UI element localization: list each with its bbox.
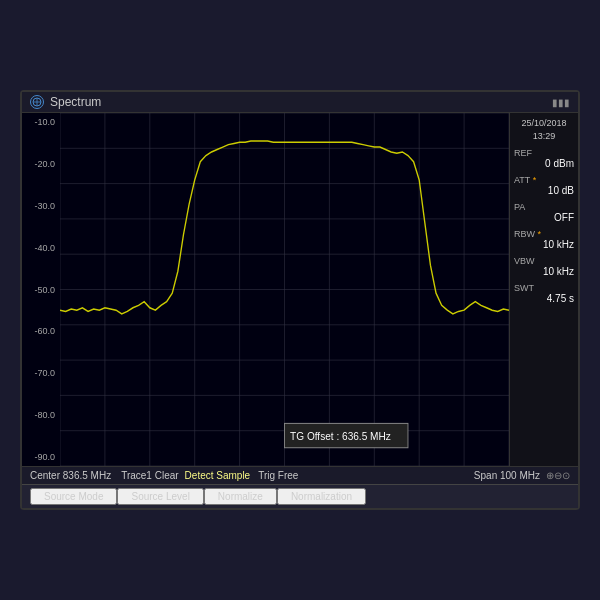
svg-text:TG Offset :  636.5 MHz: TG Offset : 636.5 MHz (290, 430, 391, 442)
swt-group: SWT 4.75 s (514, 283, 574, 304)
second-bar: Source Mode Source Level Normalize Norma… (22, 484, 578, 508)
source-level-button[interactable]: Source Level (117, 488, 203, 505)
date-label: 25/10/2018 (514, 117, 574, 130)
spectrum-icon (30, 95, 44, 109)
y-label-3: -30.0 (24, 201, 58, 211)
y-label-4: -40.0 (24, 243, 58, 253)
source-mode-button[interactable]: Source Mode (30, 488, 117, 505)
trace-info: Trace1 Clear (121, 470, 178, 481)
center-freq: Center 836.5 MHz (30, 470, 111, 481)
vbw-value: 10 kHz (514, 266, 574, 277)
vbw-label: VBW (514, 256, 574, 266)
datetime-display: 25/10/2018 13:29 (514, 117, 574, 142)
att-value: 10 dB (514, 185, 574, 196)
pa-value: OFF (514, 212, 574, 223)
trig-free: Trig Free (258, 470, 298, 481)
grid-and-plot: TG Offset : 636.5 MHz (60, 113, 509, 466)
detect-sample: Detect Sample (185, 470, 251, 481)
main-content: -10.0 -20.0 -30.0 -40.0 -50.0 -60.0 -70.… (22, 113, 578, 466)
title-bar: Spectrum ▮▮▮ (22, 92, 578, 113)
bottom-bar: Center 836.5 MHz Trace1 Clear Detect Sam… (22, 466, 578, 484)
att-group: ATT * 10 dB (514, 175, 574, 196)
normalization-button[interactable]: Normalization (277, 488, 366, 505)
vbw-group: VBW 10 kHz (514, 256, 574, 277)
ref-value: 0 dBm (514, 158, 574, 169)
chart-area: -10.0 -20.0 -30.0 -40.0 -50.0 -60.0 -70.… (22, 113, 510, 466)
right-panel: 25/10/2018 13:29 REF 0 dBm ATT * 10 dB P… (510, 113, 578, 466)
spectrum-chart: TG Offset : 636.5 MHz (60, 113, 509, 466)
rbw-value: 10 kHz (514, 239, 574, 250)
y-label-2: -20.0 (24, 159, 58, 169)
y-label-6: -60.0 (24, 326, 58, 336)
pa-label: PA (514, 202, 574, 212)
rbw-group: RBW * 10 kHz (514, 229, 574, 250)
span-freq: Span 100 MHz (474, 470, 540, 481)
y-label-5: -50.0 (24, 285, 58, 295)
y-label-8: -80.0 (24, 410, 58, 420)
y-label-9: -90.0 (24, 452, 58, 462)
time-label: 13:29 (514, 130, 574, 143)
normalize-button[interactable]: Normalize (204, 488, 277, 505)
nav-icons[interactable]: ⊕⊖⊙ (546, 470, 570, 481)
device-frame: Spectrum ▮▮▮ -10.0 -20.0 -30.0 -40.0 -50… (20, 90, 580, 510)
pa-group: PA OFF (514, 202, 574, 223)
ref-label: REF (514, 148, 574, 158)
swt-value: 4.75 s (514, 293, 574, 304)
y-label-1: -10.0 (24, 117, 58, 127)
rbw-label: RBW * (514, 229, 574, 239)
window-title: Spectrum (50, 95, 101, 109)
att-label: ATT * (514, 175, 574, 185)
swt-label: SWT (514, 283, 574, 293)
ref-group: REF 0 dBm (514, 148, 574, 169)
battery-icon: ▮▮▮ (552, 97, 570, 108)
y-label-7: -70.0 (24, 368, 58, 378)
y-axis-labels: -10.0 -20.0 -30.0 -40.0 -50.0 -60.0 -70.… (22, 113, 60, 466)
